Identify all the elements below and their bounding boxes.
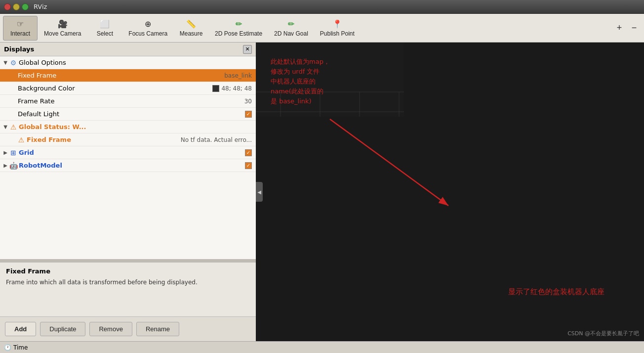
minimize-window-btn[interactable] (13, 3, 20, 10)
duplicate-button[interactable]: Duplicate (40, 322, 85, 336)
statusbar: 🕐 Time (0, 341, 644, 353)
left-panel: Displays ✕ ▼ ⚙ Global Options Fixed Fram… (0, 43, 256, 341)
measure-icon: 📏 (186, 19, 196, 29)
default-light-label: Default Light (17, 110, 245, 118)
color-swatch-icon (212, 85, 219, 92)
grid-row[interactable]: ▶ ⊞ Grid ✓ (0, 146, 256, 159)
publish-point-label: Publish Point (320, 30, 355, 37)
collapse-panel-handle[interactable]: ◀ (256, 182, 263, 202)
fixed-frame-error-label: Fixed Frame (26, 136, 181, 143)
add-button[interactable]: Add (5, 322, 36, 336)
interact-label: Interact (10, 30, 30, 37)
robot-model-arrow-icon[interactable]: ▶ (2, 163, 9, 168)
expand-arrow-icon[interactable]: ▼ (2, 60, 9, 65)
watermark-text: CSDN @不会是要长胤子了吧 (567, 330, 639, 337)
svg-line-26 (330, 119, 448, 206)
measure-tool-button[interactable]: 📏 Measure (174, 16, 208, 41)
remove-button[interactable]: Remove (89, 322, 132, 336)
background-color-row[interactable]: Background Color 48; 48; 48 (0, 82, 256, 95)
main-area: Displays ✕ ▼ ⚙ Global Options Fixed Fram… (0, 43, 644, 341)
window-controls[interactable] (4, 3, 29, 10)
robot-model-checkbox-icon[interactable]: ✓ (245, 162, 252, 169)
error-icon: ⚠ (17, 136, 26, 144)
3d-viewport[interactable]: ◀ 此处默认值为map， 修改为 urdf 文件 中机器人底座的 name(此处… (256, 43, 644, 341)
select-tool-button[interactable]: ⬜ Select (87, 16, 122, 41)
grid-arrow-icon[interactable]: ▶ (2, 150, 9, 155)
displays-title: Displays (4, 45, 34, 53)
pose-estimate-label: 2D Pose Estimate (215, 30, 262, 37)
move-camera-icon: 🎥 (58, 19, 68, 29)
fixed-frame-value: base_link (224, 72, 256, 79)
publish-point-tool-button[interactable]: 📍 Publish Point (315, 16, 360, 41)
bg-color-label: Background Color (17, 85, 212, 92)
fixed-frame-row[interactable]: Fixed Frame base_link (0, 69, 256, 82)
global-options-row[interactable]: ▼ ⚙ Global Options (0, 56, 256, 69)
focus-camera-label: Focus Camera (128, 30, 167, 37)
select-label: Select (97, 30, 113, 37)
displays-header: Displays ✕ (0, 43, 256, 56)
robot-model-label: RobotModel (18, 162, 245, 169)
robot-model-checkbox: ✓ (245, 162, 256, 169)
action-buttons-row: Add Duplicate Remove Rename (0, 316, 256, 341)
description-title: Fixed Frame (6, 267, 250, 275)
rename-button[interactable]: Rename (136, 322, 179, 336)
nav-goal-icon: ✏ (288, 19, 294, 29)
viewport-caption: 显示了红色的盒装机器人底座 (508, 287, 604, 297)
checkbox-icon[interactable]: ✓ (245, 111, 252, 118)
displays-close-button[interactable]: ✕ (243, 45, 252, 54)
robot-model-row[interactable]: ▶ 🤖 RobotModel ✓ (0, 159, 256, 172)
warning-icon: ⚠ (9, 123, 18, 131)
expand-arrow-icon[interactable]: ▼ (2, 124, 9, 130)
interact-icon: ☞ (17, 19, 24, 29)
grid-label: Grid (18, 149, 245, 156)
default-light-row[interactable]: Default Light ✓ (0, 108, 256, 121)
settings-icon: ⚙ (9, 59, 18, 67)
grid-visualization (256, 43, 404, 117)
nav-goal-label: 2D Nav Goal (274, 30, 308, 37)
grid-icon: ⊞ (9, 149, 18, 157)
select-icon: ⬜ (100, 19, 110, 29)
focus-camera-tool-button[interactable]: ⊕ Focus Camera (123, 16, 173, 41)
measure-label: Measure (180, 30, 203, 37)
pose-estimate-tool-button[interactable]: ✏ 2D Pose Estimate (209, 16, 268, 41)
frame-rate-row[interactable]: Frame Rate 30 (0, 95, 256, 108)
app-title: RViz (34, 3, 47, 10)
nav-goal-tool-button[interactable]: ✏ 2D Nav Goal (269, 16, 314, 41)
description-box: Fixed Frame Frame into which all data is… (0, 262, 256, 316)
bg-color-value: 48; 48; 48 (212, 85, 256, 92)
global-status-label: Global Status: W... (18, 123, 256, 131)
robot-model-icon: 🤖 (9, 162, 18, 170)
remove-tool-button[interactable]: − (627, 21, 641, 35)
toolbar: ☞ Interact 🎥 Move Camera ⬜ Select ⊕ Focu… (0, 14, 644, 43)
frame-rate-label: Frame Rate (17, 97, 244, 105)
grid-checkbox: ✓ (245, 149, 256, 156)
publish-point-icon: 📍 (332, 19, 342, 29)
fixed-frame-error-value: No tf data. Actual erro... (181, 136, 256, 143)
svg-rect-0 (256, 43, 404, 117)
move-camera-label: Move Camera (44, 30, 81, 37)
description-text: Frame into which all data is transformed… (6, 278, 250, 287)
global-options-label: Global Options (18, 59, 256, 66)
close-window-btn[interactable] (4, 3, 11, 10)
interact-tool-button[interactable]: ☞ Interact (3, 16, 38, 41)
maximize-window-btn[interactable] (22, 3, 29, 10)
titlebar: RViz (0, 0, 644, 14)
statusbar-label: Time (13, 344, 28, 351)
frame-rate-value: 30 (244, 98, 256, 105)
default-light-value: ✓ (245, 111, 256, 118)
clock-icon: 🕐 (4, 344, 11, 351)
global-status-row[interactable]: ▼ ⚠ Global Status: W... (0, 121, 256, 133)
tree-area[interactable]: ▼ ⚙ Global Options Fixed Frame base_link… (0, 56, 256, 259)
fixed-frame-error-row[interactable]: ⚠ Fixed Frame No tf data. Actual erro... (0, 133, 256, 146)
fixed-frame-label: Fixed Frame (17, 72, 224, 79)
pose-estimate-icon: ✏ (236, 19, 242, 29)
add-tool-button[interactable]: + (612, 21, 626, 35)
grid-checkbox-icon[interactable]: ✓ (245, 149, 252, 156)
focus-camera-icon: ⊕ (145, 19, 151, 29)
move-camera-tool-button[interactable]: 🎥 Move Camera (39, 16, 86, 41)
